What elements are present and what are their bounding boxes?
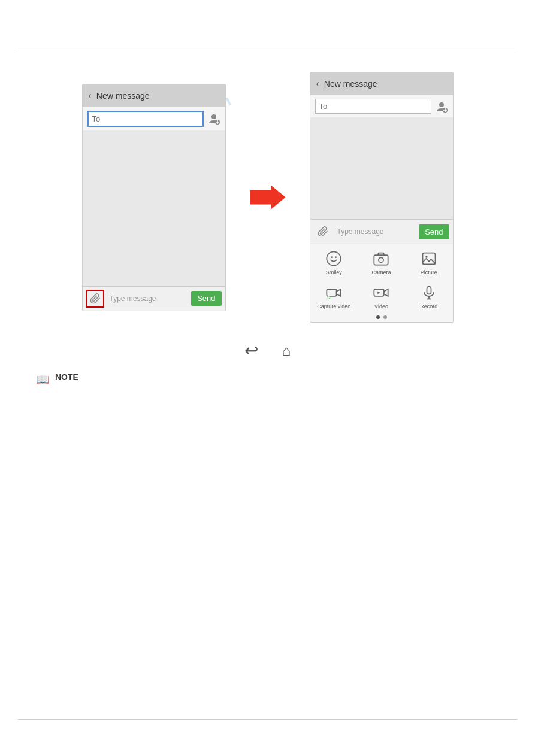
left-to-input[interactable] — [87, 111, 204, 127]
media-grid: Smiley Camera — [310, 244, 453, 312]
paperclip-icon — [90, 293, 101, 304]
media-item-camera[interactable]: Camera — [358, 244, 405, 278]
svg-point-0 — [211, 114, 216, 119]
record-label: Record — [420, 303, 437, 309]
camera-label: Camera — [371, 269, 391, 275]
left-phone-screen: ‹ New message — [82, 84, 226, 311]
left-type-message-label: Type message — [107, 292, 189, 305]
media-item-picture[interactable]: Picture — [405, 244, 452, 278]
top-rule — [18, 48, 517, 48]
right-phone-screen: ‹ New message — [310, 72, 454, 323]
video-label: Video — [374, 303, 388, 309]
right-header: ‹ New message — [310, 72, 453, 95]
svg-point-10 — [335, 256, 337, 258]
nav-back-button[interactable]: ↩ — [244, 341, 258, 360]
svg-rect-15 — [327, 289, 336, 296]
bottom-rule — [18, 719, 517, 720]
content-area: ‹ New message — [0, 60, 535, 386]
capture-video-label: Capture video — [317, 303, 350, 309]
svg-rect-21 — [427, 287, 431, 294]
screenshots-row: ‹ New message — [82, 72, 454, 323]
left-to-field-row — [83, 107, 225, 130]
paperclip-icon-right — [318, 226, 328, 237]
picture-icon — [419, 249, 439, 268]
left-message-body — [83, 130, 225, 286]
note-section: 📖 NOTE — [36, 372, 78, 386]
left-attach-button[interactable] — [86, 290, 104, 308]
right-attach-button[interactable] — [314, 223, 332, 241]
dots-row — [310, 312, 453, 322]
contact-add-icon — [208, 113, 220, 125]
svg-marker-20 — [378, 292, 381, 294]
media-item-video[interactable]: Video — [358, 278, 405, 312]
left-header: ‹ New message — [83, 84, 225, 107]
picture-label: Picture — [421, 269, 437, 275]
camera-icon — [371, 249, 391, 268]
svg-point-4 — [439, 102, 444, 107]
video-icon — [371, 283, 391, 302]
svg-point-8 — [327, 251, 340, 265]
note-label: NOTE — [55, 372, 78, 382]
media-item-smiley[interactable]: Smiley — [310, 244, 358, 278]
right-message-body — [310, 117, 453, 219]
left-send-button[interactable]: Send — [191, 291, 221, 306]
record-icon — [419, 283, 439, 302]
nav-home-button[interactable]: ⌂ — [282, 342, 291, 359]
right-send-button[interactable]: Send — [419, 224, 449, 239]
svg-point-14 — [425, 256, 428, 258]
svg-point-12 — [379, 257, 383, 262]
arrow-right — [250, 186, 286, 210]
svg-point-9 — [331, 256, 333, 258]
capture-video-icon — [324, 283, 343, 302]
right-screen-title: New message — [324, 79, 377, 89]
contact-add-icon-right — [436, 101, 448, 113]
left-back-arrow[interactable]: ‹ — [89, 90, 92, 101]
dot-1 — [376, 315, 380, 319]
note-icon: 📖 — [36, 373, 49, 386]
svg-rect-11 — [374, 255, 388, 265]
right-back-arrow[interactable]: ‹ — [316, 78, 319, 89]
left-contact-icon[interactable] — [207, 112, 220, 125]
right-type-message-label: Type message — [335, 225, 416, 238]
dot-2 — [383, 315, 387, 319]
media-item-capture-video[interactable]: Capture video — [310, 278, 358, 312]
nav-buttons-row: ↩ ⌂ — [244, 341, 291, 360]
left-bottom-bar: Type message Send — [83, 286, 225, 311]
right-to-field-row — [310, 95, 453, 117]
right-bottom-bar: Type message Send — [310, 219, 453, 244]
right-to-input[interactable] — [315, 99, 431, 114]
svg-rect-13 — [422, 253, 435, 265]
smiley-icon — [324, 249, 343, 268]
media-item-record[interactable]: Record — [405, 278, 452, 312]
right-contact-icon[interactable] — [435, 100, 448, 113]
smiley-label: Smiley — [326, 269, 342, 275]
left-screen-title: New message — [96, 91, 150, 101]
